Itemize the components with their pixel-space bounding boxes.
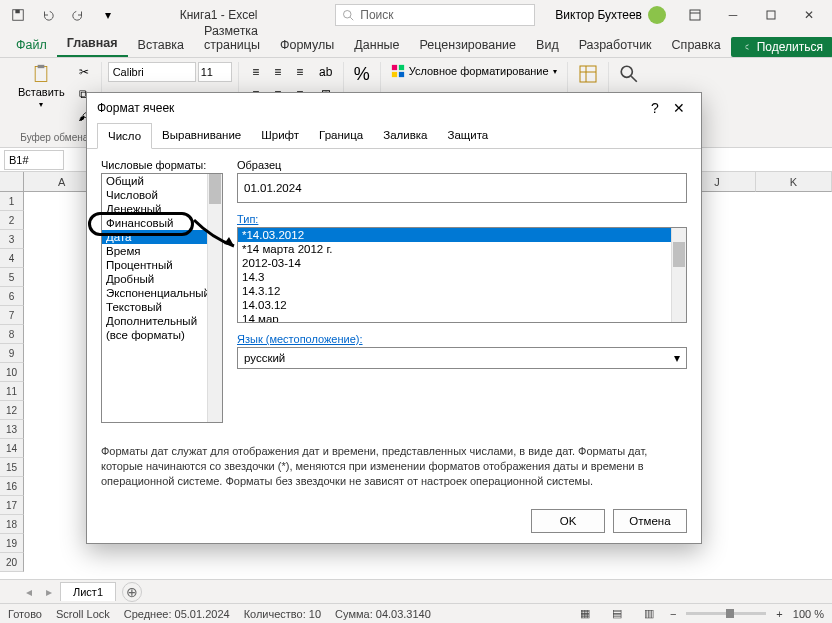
category-item[interactable]: Денежный (102, 202, 222, 216)
dlg-tab-fill[interactable]: Заливка (373, 123, 437, 148)
dialog-close-icon[interactable]: ✕ (667, 96, 691, 120)
row-header[interactable]: 13 (0, 420, 24, 439)
type-item[interactable]: 14.3.12 (238, 284, 686, 298)
category-list[interactable]: ОбщийЧисловойДенежныйФинансовыйДатаВремя… (101, 173, 223, 423)
lang-select[interactable]: русский ▾ (237, 347, 687, 369)
wrap-text-icon[interactable]: ab (315, 62, 337, 82)
tab-data[interactable]: Данные (344, 33, 409, 57)
row-header[interactable]: 20 (0, 553, 24, 572)
row-header[interactable]: 18 (0, 515, 24, 534)
dialog-help-icon[interactable]: ? (643, 96, 667, 120)
sheet-nav-prev-icon[interactable]: ◂ (20, 583, 38, 601)
row-header[interactable]: 2 (0, 211, 24, 230)
col-header[interactable]: K (756, 172, 832, 192)
cut-icon[interactable]: ✂ (73, 62, 95, 82)
category-item[interactable]: Дата (102, 230, 222, 244)
category-item[interactable]: Общий (102, 174, 222, 188)
type-item[interactable]: *14.03.2012 (238, 228, 686, 242)
category-item[interactable]: (все форматы) (102, 328, 222, 342)
minimize-icon[interactable]: ─ (714, 0, 752, 30)
category-item[interactable]: Текстовый (102, 300, 222, 314)
font-name-select[interactable] (108, 62, 196, 82)
row-header[interactable]: 8 (0, 325, 24, 344)
row-header[interactable]: 15 (0, 458, 24, 477)
paste-button[interactable]: Вставить ▾ (14, 62, 69, 111)
category-item[interactable]: Дробный (102, 272, 222, 286)
tab-insert[interactable]: Вставка (128, 33, 194, 57)
type-list[interactable]: *14.03.2012*14 марта 2012 г.2012-03-1414… (237, 227, 687, 323)
type-item[interactable]: *14 марта 2012 г. (238, 242, 686, 256)
zoom-slider[interactable] (686, 612, 766, 615)
user-area[interactable]: Виктор Бухтеев (555, 6, 666, 24)
row-header[interactable]: 7 (0, 306, 24, 325)
ribbon-display-icon[interactable] (676, 0, 714, 30)
type-item[interactable]: 14.3 (238, 270, 686, 284)
sheet-nav-next-icon[interactable]: ▸ (40, 583, 58, 601)
dlg-tab-align[interactable]: Выравнивание (152, 123, 251, 148)
dlg-tab-protect[interactable]: Защита (438, 123, 499, 148)
search-box[interactable]: Поиск (335, 4, 535, 26)
row-header[interactable]: 14 (0, 439, 24, 458)
new-sheet-button[interactable]: ⊕ (122, 582, 142, 602)
row-header[interactable]: 9 (0, 344, 24, 363)
view-normal-icon[interactable]: ▦ (574, 604, 596, 624)
cells-button[interactable] (574, 62, 602, 86)
dlg-tab-border[interactable]: Граница (309, 123, 373, 148)
tab-pagelayout[interactable]: Разметка страницы (194, 19, 270, 57)
redo-icon[interactable] (64, 2, 92, 28)
row-header[interactable]: 19 (0, 534, 24, 553)
category-item[interactable]: Числовой (102, 188, 222, 202)
category-item[interactable]: Дополнительный (102, 314, 222, 328)
row-header[interactable]: 4 (0, 249, 24, 268)
category-item[interactable]: Финансовый (102, 216, 222, 230)
tab-file[interactable]: Файл (6, 33, 57, 57)
scrollbar[interactable] (671, 228, 686, 322)
align-bot-icon[interactable]: ≡ (289, 62, 311, 82)
tab-help[interactable]: Справка (662, 33, 731, 57)
maximize-icon[interactable] (752, 0, 790, 30)
tab-formulas[interactable]: Формулы (270, 33, 344, 57)
dlg-tab-font[interactable]: Шрифт (251, 123, 309, 148)
align-mid-icon[interactable]: ≡ (267, 62, 289, 82)
row-header[interactable]: 1 (0, 192, 24, 211)
select-all-corner[interactable] (0, 172, 24, 192)
cancel-button[interactable]: Отмена (613, 509, 687, 533)
zoom-level[interactable]: 100 % (793, 608, 824, 620)
scrollbar[interactable] (207, 174, 222, 422)
view-pagebreak-icon[interactable]: ▥ (638, 604, 660, 624)
qat-dropdown-icon[interactable]: ▾ (94, 2, 122, 28)
tab-home[interactable]: Главная (57, 31, 128, 57)
conditional-format-button[interactable]: Условное форматирование ▾ (387, 62, 561, 80)
align-top-icon[interactable]: ≡ (245, 62, 267, 82)
tab-developer[interactable]: Разработчик (569, 33, 662, 57)
row-header[interactable]: 17 (0, 496, 24, 515)
name-box[interactable]: B1# (4, 150, 64, 170)
undo-icon[interactable] (34, 2, 62, 28)
row-header[interactable]: 12 (0, 401, 24, 420)
row-header[interactable]: 3 (0, 230, 24, 249)
zoom-out-icon[interactable]: − (670, 608, 676, 620)
type-item[interactable]: 14.03.12 (238, 298, 686, 312)
find-button[interactable] (615, 62, 643, 86)
share-button[interactable]: Поделиться (731, 37, 832, 57)
row-header[interactable]: 10 (0, 363, 24, 382)
row-header[interactable]: 11 (0, 382, 24, 401)
zoom-in-icon[interactable]: + (776, 608, 782, 620)
type-item[interactable]: 14 мар (238, 312, 686, 323)
row-header[interactable]: 16 (0, 477, 24, 496)
percent-button[interactable]: % (350, 62, 374, 87)
category-item[interactable]: Время (102, 244, 222, 258)
tab-review[interactable]: Рецензирование (410, 33, 527, 57)
save-icon[interactable] (4, 2, 32, 28)
dlg-tab-number[interactable]: Число (97, 123, 152, 149)
row-header[interactable]: 5 (0, 268, 24, 287)
view-pagelayout-icon[interactable]: ▤ (606, 604, 628, 624)
font-size-select[interactable] (198, 62, 232, 82)
close-icon[interactable]: ✕ (790, 0, 828, 30)
category-item[interactable]: Экспоненциальный (102, 286, 222, 300)
sheet-tab[interactable]: Лист1 (60, 582, 116, 601)
row-header[interactable]: 6 (0, 287, 24, 306)
type-item[interactable]: 2012-03-14 (238, 256, 686, 270)
category-item[interactable]: Процентный (102, 258, 222, 272)
tab-view[interactable]: Вид (526, 33, 569, 57)
